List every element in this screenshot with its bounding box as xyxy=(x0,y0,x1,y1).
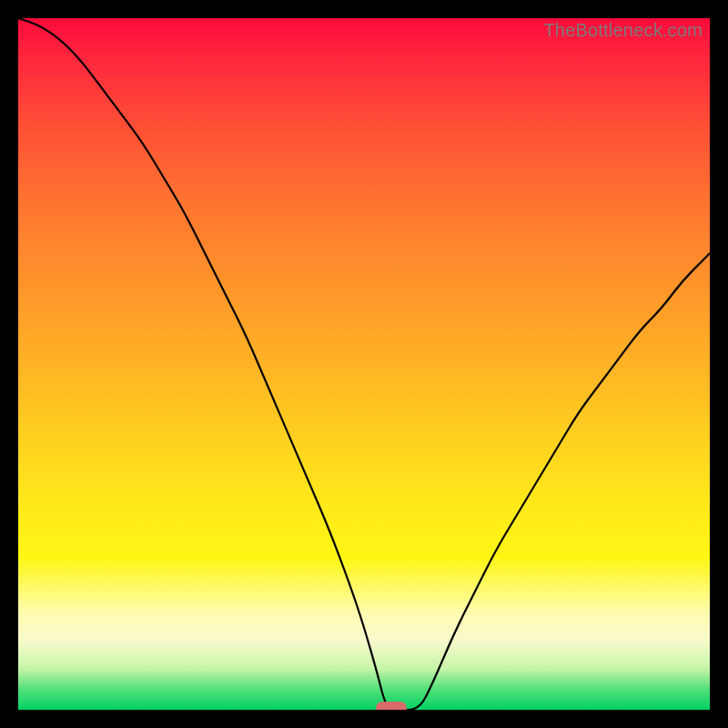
plot-area: TheBottleneck.com xyxy=(18,18,710,710)
bottleneck-curve xyxy=(18,18,710,710)
optimal-marker xyxy=(376,702,407,710)
chart-frame: TheBottleneck.com xyxy=(0,0,728,728)
curve-path xyxy=(18,18,710,710)
